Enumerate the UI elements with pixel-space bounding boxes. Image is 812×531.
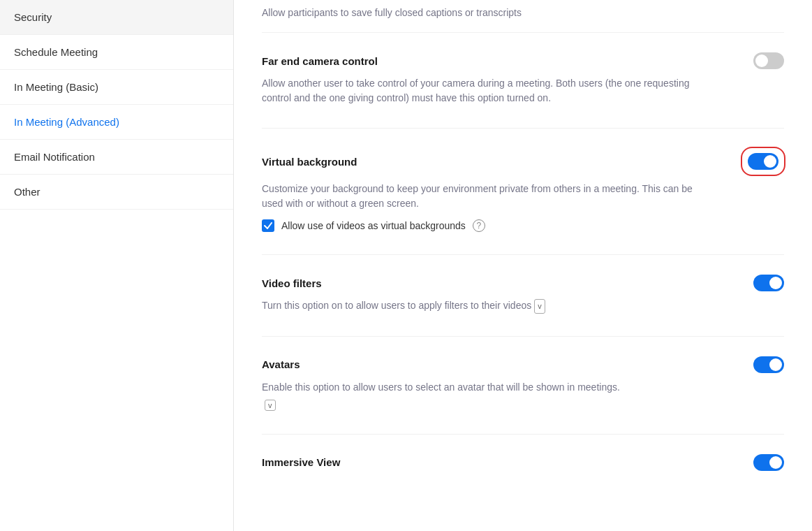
info-icon-virtual-background[interactable]: ?	[473, 219, 485, 232]
sidebar: SecuritySchedule MeetingIn Meeting (Basi…	[0, 0, 234, 531]
setting-header-far-end-camera: Far end camera control	[262, 52, 784, 69]
setting-desc-far-end-camera: Allow another user to take control of yo…	[262, 76, 709, 106]
setting-title-avatars: Avatars	[262, 358, 300, 370]
checkbox-label-virtual-background: Allow use of videos as virtual backgroun…	[281, 220, 466, 231]
setting-divider-3	[262, 336, 784, 337]
setting-title-far-end-camera: Far end camera control	[262, 55, 378, 67]
setting-divider-2	[262, 254, 784, 255]
sidebar-item-schedule-meeting[interactable]: Schedule Meeting	[0, 35, 233, 70]
toggle-immersive-view[interactable]	[753, 454, 784, 471]
setting-row-immersive-view: Immersive View	[262, 454, 784, 471]
sidebar-item-email-notification[interactable]: Email Notification	[0, 140, 233, 175]
setting-desc-virtual-background: Customize your background to keep your e…	[262, 182, 709, 211]
sidebar-item-security[interactable]: Security	[0, 0, 233, 35]
setting-row-avatars: AvatarsEnable this option to allow users…	[262, 356, 784, 412]
sidebar-item-in-meeting-advanced[interactable]: In Meeting (Advanced)	[0, 105, 233, 140]
setting-row-virtual-background: Virtual backgroundCustomize your backgro…	[262, 148, 784, 232]
checkbox-virtual-background[interactable]	[262, 219, 274, 232]
toggle-avatars[interactable]	[753, 356, 784, 373]
top-caption-text: Allow participants to save fully closed …	[262, 0, 784, 33]
setting-header-virtual-background: Virtual background	[262, 148, 784, 175]
setting-title-immersive-view: Immersive View	[262, 456, 340, 468]
setting-row-far-end-camera: Far end camera controlAllow another user…	[262, 52, 784, 106]
setting-divider-4	[262, 434, 784, 435]
beta-badge-video-filters[interactable]: v	[534, 299, 545, 314]
setting-desc-video-filters: Turn this option on to allow users to ap…	[262, 298, 709, 314]
setting-title-video-filters: Video filters	[262, 277, 322, 289]
setting-header-avatars: Avatars	[262, 356, 784, 373]
sidebar-item-in-meeting-basic[interactable]: In Meeting (Basic)	[0, 70, 233, 105]
toggle-far-end-camera[interactable]	[753, 52, 784, 69]
setting-desc-avatars: Enable this option to allow users to sel…	[262, 380, 709, 395]
setting-divider-1	[262, 128, 784, 129]
main-content: Allow participants to save fully closed …	[234, 0, 812, 531]
setting-title-virtual-background: Virtual background	[262, 156, 357, 168]
toggle-virtual-background[interactable]	[742, 148, 784, 175]
setting-header-immersive-view: Immersive View	[262, 454, 784, 471]
toggle-video-filters[interactable]	[753, 275, 784, 291]
setting-row-video-filters: Video filtersTurn this option on to allo…	[262, 275, 784, 314]
beta-badge2-avatars[interactable]: v	[265, 400, 276, 411]
sidebar-item-other[interactable]: Other	[0, 175, 233, 210]
setting-header-video-filters: Video filters	[262, 275, 784, 291]
checkbox-row-virtual-background: Allow use of videos as virtual backgroun…	[262, 219, 784, 232]
beta2-wrap-avatars: v	[262, 399, 784, 412]
